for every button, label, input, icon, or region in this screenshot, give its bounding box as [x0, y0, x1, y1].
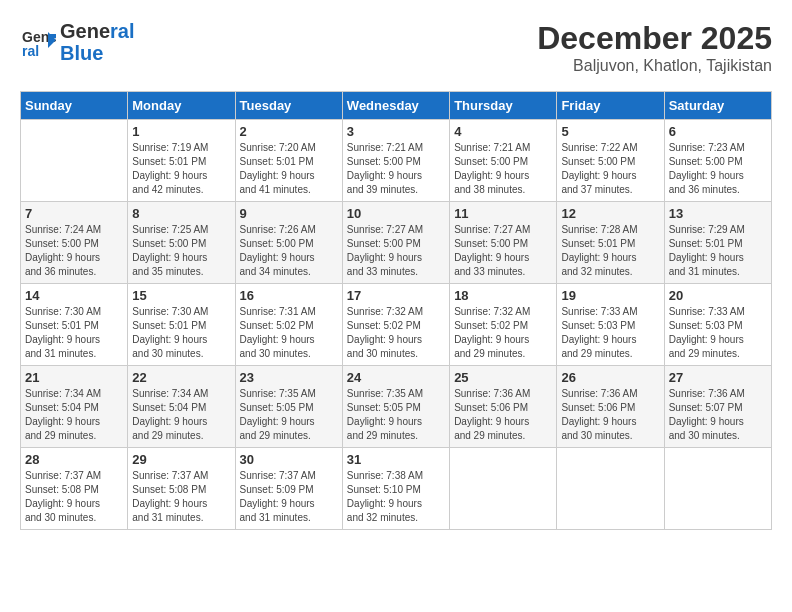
day-info: Sunrise: 7:30 AM Sunset: 5:01 PM Dayligh…	[25, 305, 123, 361]
day-number: 29	[132, 452, 230, 467]
calendar-cell: 1Sunrise: 7:19 AM Sunset: 5:01 PM Daylig…	[128, 120, 235, 202]
calendar-cell: 26Sunrise: 7:36 AM Sunset: 5:06 PM Dayli…	[557, 366, 664, 448]
day-number: 11	[454, 206, 552, 221]
logo: Gene ral General Blue	[20, 20, 135, 64]
day-info: Sunrise: 7:31 AM Sunset: 5:02 PM Dayligh…	[240, 305, 338, 361]
calendar-cell: 5Sunrise: 7:22 AM Sunset: 5:00 PM Daylig…	[557, 120, 664, 202]
calendar-cell: 8Sunrise: 7:25 AM Sunset: 5:00 PM Daylig…	[128, 202, 235, 284]
day-number: 18	[454, 288, 552, 303]
day-number: 31	[347, 452, 445, 467]
weekday-header-wednesday: Wednesday	[342, 92, 449, 120]
calendar-cell: 13Sunrise: 7:29 AM Sunset: 5:01 PM Dayli…	[664, 202, 771, 284]
calendar-cell: 19Sunrise: 7:33 AM Sunset: 5:03 PM Dayli…	[557, 284, 664, 366]
calendar-cell	[21, 120, 128, 202]
calendar-cell: 21Sunrise: 7:34 AM Sunset: 5:04 PM Dayli…	[21, 366, 128, 448]
calendar-cell: 27Sunrise: 7:36 AM Sunset: 5:07 PM Dayli…	[664, 366, 771, 448]
day-number: 9	[240, 206, 338, 221]
calendar-cell: 22Sunrise: 7:34 AM Sunset: 5:04 PM Dayli…	[128, 366, 235, 448]
day-info: Sunrise: 7:28 AM Sunset: 5:01 PM Dayligh…	[561, 223, 659, 279]
header: Gene ral General Blue December 2025 Balj…	[20, 20, 772, 75]
day-info: Sunrise: 7:34 AM Sunset: 5:04 PM Dayligh…	[25, 387, 123, 443]
day-number: 22	[132, 370, 230, 385]
calendar-cell: 28Sunrise: 7:37 AM Sunset: 5:08 PM Dayli…	[21, 448, 128, 530]
month-title: December 2025	[537, 20, 772, 57]
weekday-header-row: SundayMondayTuesdayWednesdayThursdayFrid…	[21, 92, 772, 120]
logo-line1: General	[60, 20, 135, 42]
day-info: Sunrise: 7:35 AM Sunset: 5:05 PM Dayligh…	[240, 387, 338, 443]
day-number: 2	[240, 124, 338, 139]
weekday-header-friday: Friday	[557, 92, 664, 120]
calendar-week-4: 21Sunrise: 7:34 AM Sunset: 5:04 PM Dayli…	[21, 366, 772, 448]
calendar-cell: 17Sunrise: 7:32 AM Sunset: 5:02 PM Dayli…	[342, 284, 449, 366]
day-number: 23	[240, 370, 338, 385]
weekday-header-sunday: Sunday	[21, 92, 128, 120]
weekday-header-thursday: Thursday	[450, 92, 557, 120]
weekday-header-monday: Monday	[128, 92, 235, 120]
calendar-cell: 31Sunrise: 7:38 AM Sunset: 5:10 PM Dayli…	[342, 448, 449, 530]
day-info: Sunrise: 7:22 AM Sunset: 5:00 PM Dayligh…	[561, 141, 659, 197]
calendar-cell	[557, 448, 664, 530]
calendar-week-1: 1Sunrise: 7:19 AM Sunset: 5:01 PM Daylig…	[21, 120, 772, 202]
calendar-week-2: 7Sunrise: 7:24 AM Sunset: 5:00 PM Daylig…	[21, 202, 772, 284]
day-info: Sunrise: 7:38 AM Sunset: 5:10 PM Dayligh…	[347, 469, 445, 525]
day-number: 6	[669, 124, 767, 139]
calendar-cell	[664, 448, 771, 530]
calendar-header: SundayMondayTuesdayWednesdayThursdayFrid…	[21, 92, 772, 120]
day-number: 26	[561, 370, 659, 385]
day-info: Sunrise: 7:36 AM Sunset: 5:06 PM Dayligh…	[561, 387, 659, 443]
calendar-cell: 2Sunrise: 7:20 AM Sunset: 5:01 PM Daylig…	[235, 120, 342, 202]
calendar-cell: 24Sunrise: 7:35 AM Sunset: 5:05 PM Dayli…	[342, 366, 449, 448]
calendar-cell: 9Sunrise: 7:26 AM Sunset: 5:00 PM Daylig…	[235, 202, 342, 284]
calendar-cell: 18Sunrise: 7:32 AM Sunset: 5:02 PM Dayli…	[450, 284, 557, 366]
day-info: Sunrise: 7:21 AM Sunset: 5:00 PM Dayligh…	[347, 141, 445, 197]
calendar-cell: 29Sunrise: 7:37 AM Sunset: 5:08 PM Dayli…	[128, 448, 235, 530]
calendar-body: 1Sunrise: 7:19 AM Sunset: 5:01 PM Daylig…	[21, 120, 772, 530]
calendar-cell: 7Sunrise: 7:24 AM Sunset: 5:00 PM Daylig…	[21, 202, 128, 284]
calendar-cell: 25Sunrise: 7:36 AM Sunset: 5:06 PM Dayli…	[450, 366, 557, 448]
calendar-cell: 12Sunrise: 7:28 AM Sunset: 5:01 PM Dayli…	[557, 202, 664, 284]
day-info: Sunrise: 7:26 AM Sunset: 5:00 PM Dayligh…	[240, 223, 338, 279]
day-number: 30	[240, 452, 338, 467]
calendar-week-3: 14Sunrise: 7:30 AM Sunset: 5:01 PM Dayli…	[21, 284, 772, 366]
calendar-cell: 10Sunrise: 7:27 AM Sunset: 5:00 PM Dayli…	[342, 202, 449, 284]
svg-text:ral: ral	[22, 43, 39, 59]
day-info: Sunrise: 7:19 AM Sunset: 5:01 PM Dayligh…	[132, 141, 230, 197]
day-info: Sunrise: 7:34 AM Sunset: 5:04 PM Dayligh…	[132, 387, 230, 443]
calendar-cell: 15Sunrise: 7:30 AM Sunset: 5:01 PM Dayli…	[128, 284, 235, 366]
calendar-cell: 4Sunrise: 7:21 AM Sunset: 5:00 PM Daylig…	[450, 120, 557, 202]
day-info: Sunrise: 7:36 AM Sunset: 5:07 PM Dayligh…	[669, 387, 767, 443]
day-number: 21	[25, 370, 123, 385]
day-number: 3	[347, 124, 445, 139]
calendar-cell: 16Sunrise: 7:31 AM Sunset: 5:02 PM Dayli…	[235, 284, 342, 366]
title-section: December 2025 Baljuvon, Khatlon, Tajikis…	[537, 20, 772, 75]
location-title: Baljuvon, Khatlon, Tajikistan	[537, 57, 772, 75]
day-info: Sunrise: 7:36 AM Sunset: 5:06 PM Dayligh…	[454, 387, 552, 443]
weekday-header-tuesday: Tuesday	[235, 92, 342, 120]
day-number: 16	[240, 288, 338, 303]
day-number: 7	[25, 206, 123, 221]
calendar-week-5: 28Sunrise: 7:37 AM Sunset: 5:08 PM Dayli…	[21, 448, 772, 530]
day-number: 12	[561, 206, 659, 221]
day-info: Sunrise: 7:27 AM Sunset: 5:00 PM Dayligh…	[454, 223, 552, 279]
day-number: 25	[454, 370, 552, 385]
day-info: Sunrise: 7:30 AM Sunset: 5:01 PM Dayligh…	[132, 305, 230, 361]
day-number: 19	[561, 288, 659, 303]
calendar-cell: 3Sunrise: 7:21 AM Sunset: 5:00 PM Daylig…	[342, 120, 449, 202]
day-number: 17	[347, 288, 445, 303]
calendar-table: SundayMondayTuesdayWednesdayThursdayFrid…	[20, 91, 772, 530]
calendar-cell: 14Sunrise: 7:30 AM Sunset: 5:01 PM Dayli…	[21, 284, 128, 366]
weekday-header-saturday: Saturday	[664, 92, 771, 120]
day-info: Sunrise: 7:24 AM Sunset: 5:00 PM Dayligh…	[25, 223, 123, 279]
calendar-cell: 30Sunrise: 7:37 AM Sunset: 5:09 PM Dayli…	[235, 448, 342, 530]
calendar-cell	[450, 448, 557, 530]
day-info: Sunrise: 7:25 AM Sunset: 5:00 PM Dayligh…	[132, 223, 230, 279]
day-info: Sunrise: 7:32 AM Sunset: 5:02 PM Dayligh…	[347, 305, 445, 361]
day-number: 8	[132, 206, 230, 221]
calendar-cell: 23Sunrise: 7:35 AM Sunset: 5:05 PM Dayli…	[235, 366, 342, 448]
day-info: Sunrise: 7:33 AM Sunset: 5:03 PM Dayligh…	[669, 305, 767, 361]
day-number: 14	[25, 288, 123, 303]
day-number: 27	[669, 370, 767, 385]
day-number: 13	[669, 206, 767, 221]
day-info: Sunrise: 7:35 AM Sunset: 5:05 PM Dayligh…	[347, 387, 445, 443]
day-number: 10	[347, 206, 445, 221]
